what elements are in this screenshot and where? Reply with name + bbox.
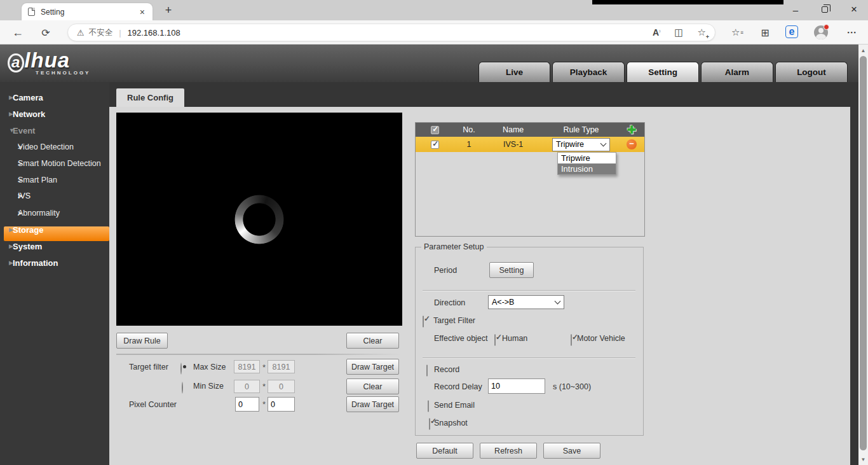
nav-logout[interactable]: Logout (775, 62, 848, 82)
nav-setting[interactable]: Setting (627, 62, 699, 82)
sidebar-item-system[interactable]: ▶System (0, 239, 109, 254)
pixel-counter-width-input[interactable] (235, 397, 259, 412)
default-button[interactable]: Default (416, 443, 473, 459)
sidebar-item-smart-motion-detection[interactable]: >Smart Motion Detection (0, 156, 109, 171)
direction-select[interactable]: A<->B (488, 295, 564, 309)
read-aloud-icon[interactable]: A⁾ (653, 27, 660, 38)
refresh-button[interactable]: Refresh (480, 443, 537, 459)
period-setting-button[interactable]: Setting (489, 262, 534, 278)
human-checkbox[interactable] (494, 334, 496, 346)
scroll-up-icon[interactable]: ▲ (858, 45, 868, 55)
sidebar-item-ivs[interactable]: >IVS (0, 188, 109, 204)
chevron-right-icon: > (0, 143, 18, 151)
record-delay-unit: s (10~300) (553, 382, 591, 391)
sidebar-item-event[interactable]: ▼Event (0, 123, 109, 138)
app-header: alhua TECHNOLOGY Live Playback Setting A… (0, 45, 858, 82)
split-screen-icon[interactable]: ◫ (674, 27, 683, 38)
sidebar-item-smart-plan[interactable]: >Smart Plan (0, 172, 109, 188)
dahua-logo: alhua TECHNOLOGY (8, 48, 90, 76)
sidebar-item-camera[interactable]: ▶Camera (0, 90, 109, 105)
rule-enabled-checkbox[interactable] (431, 141, 439, 149)
sidebar-item-video-detection[interactable]: >Video Detection (0, 139, 109, 155)
sidebar-item-abnormality[interactable]: >Abnormality (0, 205, 109, 221)
clear-rule-button[interactable]: Clear (346, 333, 399, 349)
rules-table-header: No. Name Rule Type ✚ (416, 123, 644, 137)
max-size-label: Max Size (193, 363, 226, 371)
address-separator: | (119, 28, 121, 38)
motor-vehicle-checkbox[interactable] (571, 334, 572, 346)
min-size-height-input (268, 380, 295, 393)
url-text: 192.168.1.108 (128, 28, 180, 38)
select-all-checkbox[interactable] (431, 126, 439, 134)
window-minimize-button[interactable]: – (781, 0, 810, 19)
profile-avatar[interactable] (814, 25, 828, 39)
nav-live[interactable]: Live (478, 62, 550, 82)
window-restore-button[interactable] (810, 0, 839, 19)
col-rule-type: Rule Type (543, 125, 619, 134)
human-label: Human (502, 334, 527, 343)
add-favorite-icon[interactable]: ☆+ (698, 27, 706, 38)
dropdown-option-intrusion[interactable]: Intrusion (558, 163, 616, 174)
expanded-arrow-icon: ▼ (0, 127, 13, 134)
divider (423, 290, 635, 291)
min-size-radio[interactable] (182, 382, 183, 394)
browser-toolbar: ← ⟳ ⚠ 不安全 | 192.168.1.108 A⁾ ◫ ☆+ ☆≡ ⊞ e… (0, 20, 868, 45)
sidebar-item-storage[interactable]: ▶Storage (0, 222, 109, 237)
rule-name: IVS-1 (483, 140, 543, 149)
target-filter-checkbox[interactable] (423, 316, 424, 328)
clear-target-button[interactable]: Clear (346, 378, 399, 394)
min-size-label: Min Size (193, 382, 224, 391)
send-email-checkbox[interactable] (428, 400, 429, 412)
nav-alarm[interactable]: Alarm (701, 62, 773, 82)
send-email-label: Send Email (434, 401, 475, 410)
scrollbar-thumb[interactable] (860, 56, 867, 450)
min-size-width-input (234, 380, 260, 393)
draw-target-button[interactable]: Draw Target (346, 359, 399, 375)
save-button[interactable]: Save (543, 443, 600, 459)
divider (116, 354, 400, 355)
target-filter-checkbox-label: Target Filter (433, 316, 475, 325)
dropdown-option-tripwire[interactable]: Tripwire (558, 153, 616, 163)
ie-mode-icon[interactable]: e (785, 25, 798, 38)
collections-icon[interactable]: ⊞ (757, 26, 773, 39)
chevron-down-icon (555, 298, 561, 305)
delete-rule-icon[interactable]: − (627, 139, 637, 149)
video-preview (116, 113, 402, 326)
chevron-right-icon: > (0, 160, 18, 167)
draw-target-pixel-button[interactable]: Draw Target (346, 396, 399, 412)
window-close-button[interactable]: × (839, 0, 868, 19)
add-rule-icon[interactable]: ✚ (627, 123, 636, 137)
col-name: Name (483, 125, 543, 134)
pixel-counter-height-input[interactable] (268, 397, 295, 412)
max-size-radio[interactable] (180, 363, 182, 375)
draw-rule-button[interactable]: Draw Rule (116, 333, 168, 349)
browser-tab[interactable]: Setting × (22, 3, 153, 20)
security-warning-label: 不安全 (89, 27, 113, 38)
record-delay-input[interactable] (488, 378, 545, 394)
tab-close-icon[interactable]: × (139, 7, 146, 17)
sidebar: ▶Camera ▶Network ▼Event >Video Detection… (0, 82, 109, 465)
direction-label: Direction (434, 298, 465, 307)
notification-dot (824, 24, 829, 30)
snapshot-checkbox[interactable] (429, 418, 430, 430)
address-bar[interactable]: ⚠ 不安全 | 192.168.1.108 A⁾ ◫ ☆+ (67, 24, 715, 41)
nav-playback[interactable]: Playback (552, 62, 625, 82)
favorites-icon[interactable]: ☆≡ (729, 26, 745, 39)
tab-rule-config[interactable]: Rule Config (116, 88, 184, 107)
refresh-icon[interactable]: ⟳ (38, 25, 53, 39)
page-scrollbar[interactable]: ▲ ▼ (858, 45, 868, 465)
record-checkbox[interactable] (426, 364, 428, 377)
record-delay-label: Record Delay (434, 382, 482, 391)
parameter-setup-legend: Parameter Setup (421, 242, 487, 251)
record-label: Record (434, 365, 459, 374)
browser-menu-icon[interactable]: ⋯ (844, 25, 859, 39)
scroll-down-icon[interactable]: ▼ (858, 454, 868, 464)
sidebar-item-network[interactable]: ▶Network (0, 106, 109, 121)
table-row[interactable]: 1 IVS-1 Tripwire − (416, 137, 644, 152)
sidebar-item-information[interactable]: ▶Information (0, 255, 109, 270)
back-icon[interactable]: ← (10, 25, 25, 39)
collapsed-arrow-icon: ▶ (0, 243, 13, 249)
new-tab-button[interactable]: + (160, 3, 177, 18)
rule-type-select[interactable]: Tripwire (552, 138, 610, 151)
loading-spinner-icon (234, 194, 285, 245)
